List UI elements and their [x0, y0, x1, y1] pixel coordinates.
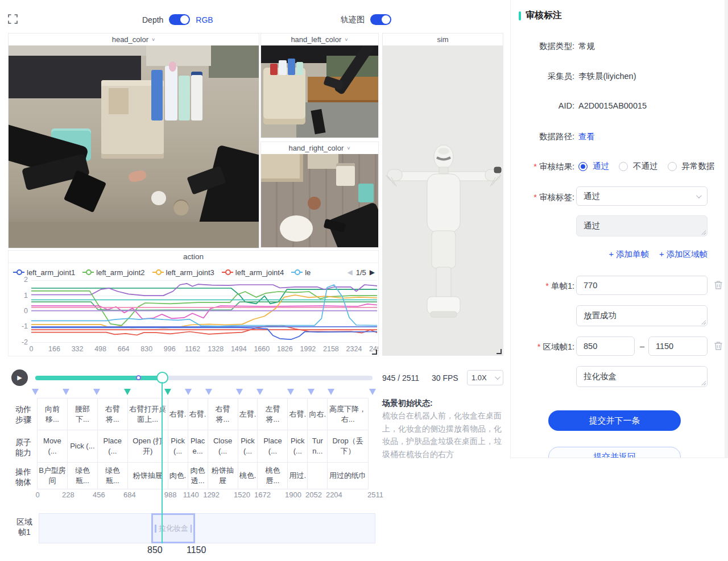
- radio-通过[interactable]: [578, 162, 588, 171]
- atomic-skill-row-cell[interactable]: Place (...: [97, 430, 128, 463]
- legend-item-left_arm_joint3[interactable]: left_arm_joint3: [152, 268, 214, 277]
- head-camera-selector[interactable]: head_color ∨: [9, 34, 259, 45]
- region-right-grip[interactable]: [191, 525, 192, 533]
- chart-y-tick: 1: [13, 292, 28, 300]
- object-row-cell[interactable]: 绿色瓶...: [97, 462, 128, 489]
- atomic-skill-row-cell[interactable]: Move (...: [37, 430, 68, 463]
- scrollbar[interactable]: [725, 0, 728, 458]
- chart-x-tick: 996: [164, 345, 176, 353]
- legend-item-left_arm_joint2[interactable]: left_arm_joint2: [82, 268, 144, 277]
- radio-label-通过[interactable]: 通过: [593, 161, 609, 172]
- keyframe-marker[interactable]: [369, 389, 376, 395]
- atomic-skill-row-cell[interactable]: Turn...: [307, 430, 328, 463]
- review-tag-select[interactable]: 通过: [576, 186, 708, 206]
- keyframe-marker[interactable]: [205, 389, 212, 395]
- object-row-cell[interactable]: 用过的纸巾: [327, 462, 369, 489]
- region-left-grip[interactable]: [155, 525, 156, 533]
- object-row-cell[interactable]: 桃色.: [238, 462, 258, 489]
- action-step-row-cell[interactable]: 右臂将...: [208, 398, 238, 431]
- submit-next-button[interactable]: 提交并下一条: [548, 410, 681, 431]
- action-step-row-cell[interactable]: 左臂将...: [257, 398, 288, 431]
- keyframe-marker[interactable]: [308, 389, 315, 395]
- delete-single-frame-icon[interactable]: [714, 280, 723, 290]
- keyframe-marker[interactable]: [164, 389, 171, 395]
- action-step-row-cell[interactable]: 向前移...: [37, 398, 68, 431]
- chart-resize-handle[interactable]: [372, 350, 377, 355]
- trajectory-switch[interactable]: [370, 14, 391, 25]
- action-step-row-cell[interactable]: 高度下降，右...: [327, 398, 369, 431]
- add-single-frame-link[interactable]: + 添加单帧: [609, 249, 650, 260]
- add-region-frame-link[interactable]: + 添加区域帧: [659, 249, 708, 260]
- object-row-cell[interactable]: 肉色.: [168, 462, 188, 489]
- chart-x-tick: 1162: [185, 345, 200, 353]
- resize-grip-icon[interactable]: [701, 320, 706, 325]
- action-step-row-cell[interactable]: 向右.: [307, 398, 328, 431]
- play-button[interactable]: ▶: [11, 369, 28, 386]
- keyframe-marker[interactable]: [236, 389, 243, 395]
- object-row-cell[interactable]: 绿色瓶...: [67, 462, 98, 489]
- speed-select[interactable]: 1.0X: [467, 370, 503, 385]
- action-step-row-cell[interactable]: 左臂.: [238, 398, 258, 431]
- hand-left-camera-selector[interactable]: hand_left_color ∨: [261, 34, 378, 45]
- region-frame-track[interactable]: 拉化妆盒: [39, 513, 375, 543]
- atomic-skill-row-cell[interactable]: Place (...: [257, 430, 288, 463]
- single-frame-note[interactable]: 放置成功: [576, 305, 708, 326]
- frame-tick: 1292: [203, 491, 220, 499]
- radio-不通过[interactable]: [619, 162, 628, 171]
- legend-item-le[interactable]: le: [291, 268, 311, 277]
- submit-return-button[interactable]: 提交并返回: [548, 447, 681, 458]
- action-step-row-cell[interactable]: 右臂.: [287, 398, 308, 431]
- sim-title: sim: [383, 34, 503, 45]
- atomic-skill-row-cell[interactable]: Pick (...: [287, 430, 308, 463]
- data-path-view-link[interactable]: 查看: [578, 131, 595, 142]
- keyframe-marker[interactable]: [124, 389, 131, 395]
- keyframe-marker[interactable]: [32, 389, 39, 395]
- keyframe-marker[interactable]: [93, 389, 100, 395]
- review-tag-note[interactable]: 通过: [576, 215, 708, 236]
- atomic-skill-row: Move (...Pick (...Place (...Open (打开)Pic…: [38, 430, 369, 463]
- radio-异常数据[interactable]: [668, 162, 677, 171]
- atomic-skill-row-cell[interactable]: Pick (...: [67, 430, 98, 463]
- keyframe-marker[interactable]: [257, 389, 263, 395]
- atomic-skill-row-cell[interactable]: Pick (...: [168, 430, 188, 463]
- object-row-cell[interactable]: B户型房间: [37, 462, 68, 489]
- legend-next-icon[interactable]: ▶: [370, 268, 375, 276]
- object-row-cell[interactable]: 桃色唇...: [257, 462, 288, 489]
- keyframe-marker[interactable]: [63, 389, 69, 395]
- delete-region-frame-icon[interactable]: [714, 341, 723, 351]
- sim-resize-handle[interactable]: [497, 349, 502, 354]
- action-step-row-cell[interactable]: 右臂将...: [97, 398, 128, 431]
- atomic-skill-row-cell[interactable]: Drop（丢下）: [327, 430, 369, 463]
- radio-label-异常数据[interactable]: 异常数据: [682, 161, 715, 172]
- object-row-cell[interactable]: 用过.: [287, 462, 308, 489]
- region-frame-note[interactable]: 拉化妆盒: [576, 366, 708, 387]
- radio-label-不通过[interactable]: 不通过: [633, 161, 658, 172]
- object-row-cell[interactable]: 肉色透...: [188, 462, 208, 489]
- keyframe-marker[interactable]: [287, 389, 294, 395]
- resize-grip-icon[interactable]: [701, 230, 706, 235]
- action-step-row-cell[interactable]: 右臂.: [188, 398, 208, 431]
- depth-rgb-toggle-group: Depth RGB: [142, 14, 213, 25]
- keyframe-marker[interactable]: [185, 389, 192, 395]
- atomic-skill-row-cell[interactable]: Place...: [188, 430, 208, 463]
- legend-prev-icon[interactable]: ◀: [347, 268, 352, 276]
- resize-grip-icon[interactable]: [701, 381, 706, 385]
- object-row-cell[interactable]: [307, 462, 328, 489]
- action-step-row-cell[interactable]: 右臂.: [168, 398, 188, 431]
- title-accent-bar: [519, 11, 521, 20]
- action-step-row-cell[interactable]: 腰部下...: [67, 398, 98, 431]
- hand-right-camera-selector[interactable]: hand_right_color ∨: [261, 142, 378, 154]
- fullscreen-icon[interactable]: [8, 14, 18, 24]
- legend-item-left_arm_joint4[interactable]: left_arm_joint4: [222, 268, 284, 277]
- single-frame-input[interactable]: 770: [576, 276, 708, 295]
- depth-rgb-switch[interactable]: [169, 14, 190, 25]
- object-row-cell[interactable]: 粉饼抽屉: [208, 462, 238, 489]
- legend-item-left_arm_joint1[interactable]: left_arm_joint1: [13, 268, 75, 277]
- keyframe-marker[interactable]: [328, 389, 334, 395]
- region-end-input[interactable]: 1150: [648, 336, 708, 356]
- atomic-skill-row-cell[interactable]: Pick (...: [238, 430, 258, 463]
- region-start-input[interactable]: 850: [576, 336, 635, 356]
- region-frame-selection[interactable]: 拉化妆盒: [151, 513, 195, 543]
- atomic-skill-row-cell[interactable]: Close (...: [208, 430, 238, 463]
- timeline-slider[interactable]: [35, 376, 373, 380]
